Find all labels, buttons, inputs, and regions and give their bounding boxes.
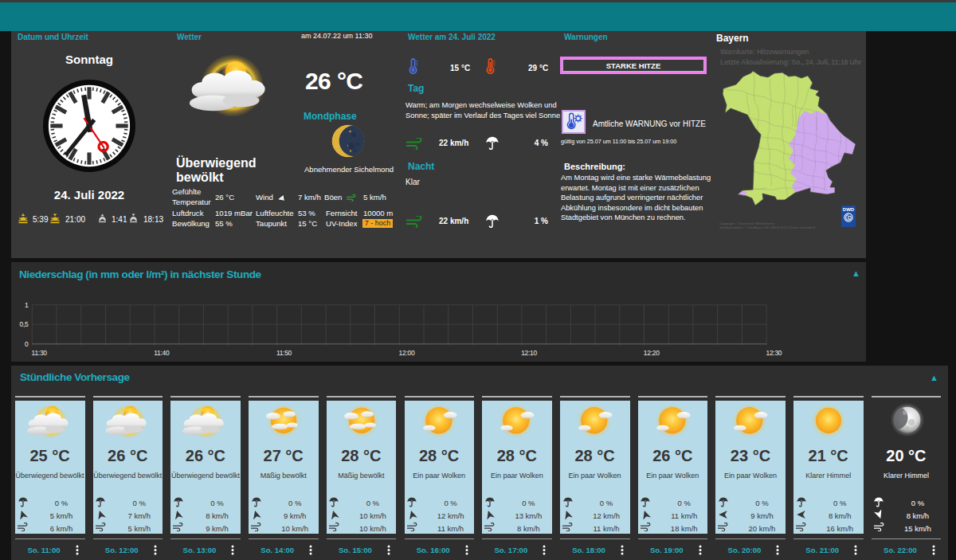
svg-text:0,5: 0,5 <box>20 320 29 328</box>
svg-text:11:30: 11:30 <box>32 349 48 357</box>
svg-text:12:10: 12:10 <box>521 349 537 357</box>
svg-text:1: 1 <box>25 301 29 309</box>
svg-text:12:30: 12:30 <box>766 349 782 357</box>
svg-text:11:50: 11:50 <box>276 349 292 357</box>
svg-text:0: 0 <box>25 340 29 348</box>
svg-text:12:00: 12:00 <box>399 349 415 357</box>
svg-text:11:40: 11:40 <box>154 349 170 357</box>
svg-text:12:20: 12:20 <box>644 349 660 357</box>
